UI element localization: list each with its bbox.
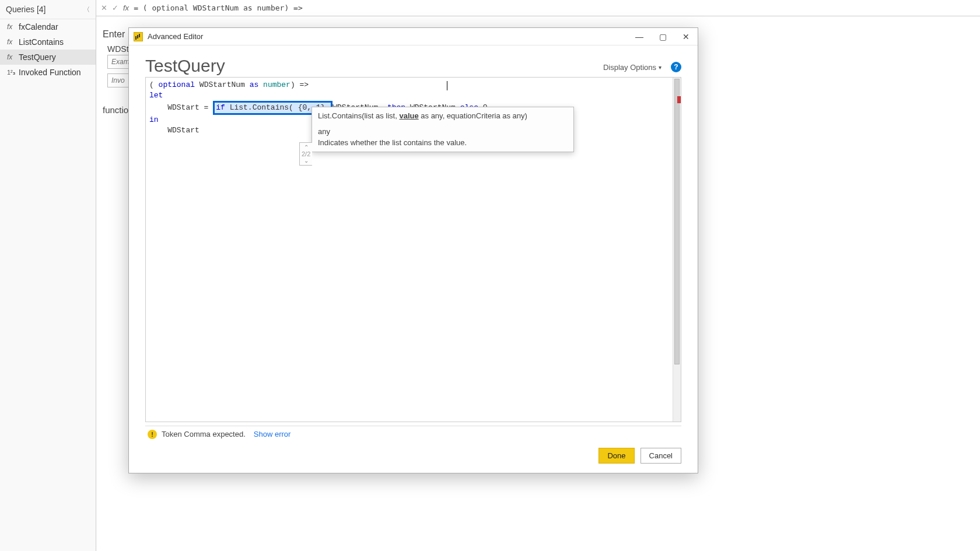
dialog-titlebar[interactable]: Advanced Editor — ▢ ✕ <box>129 28 698 45</box>
display-options-label: Display Options <box>603 63 656 72</box>
text-cursor <box>447 81 447 90</box>
minimize-button[interactable]: — <box>628 28 651 45</box>
sidebar-item-listcontains[interactable]: fx ListContains <box>0 34 96 50</box>
powerbi-app-icon <box>134 32 143 41</box>
function-icon: fx <box>7 23 15 31</box>
function-icon: fx <box>7 53 15 61</box>
tooltip-signature: List.Contains(list as list, value as any… <box>312 107 573 124</box>
queries-sidebar: Queries [4] 〈 fx fxCalendar fx ListConta… <box>0 0 96 551</box>
intellisense-tooltip: ⌃ 2/2 ⌄ List.Contains(list as list, valu… <box>312 107 574 152</box>
fx-icon[interactable]: fx <box>123 3 129 12</box>
nav-up-icon[interactable]: ⌃ <box>304 144 309 150</box>
help-icon[interactable]: ? <box>671 62 681 72</box>
done-button[interactable]: Done <box>598 448 634 464</box>
discard-icon[interactable]: ✕ <box>101 3 107 12</box>
sidebar-item-label: Invoked Function <box>19 68 81 77</box>
tooltip-return-type: any <box>312 124 573 137</box>
sidebar-item-fxcalendar[interactable]: fx fxCalendar <box>0 19 96 34</box>
chevron-down-icon: ▾ <box>659 64 662 71</box>
sidebar-item-invoked-function[interactable]: 1²₃ Invoked Function <box>0 65 96 80</box>
code-editor[interactable]: ( optional WDStartNum as number) => let … <box>145 77 681 422</box>
number-type-icon: 1²₃ <box>7 69 15 76</box>
vertical-scrollbar[interactable] <box>673 78 681 422</box>
show-error-link[interactable]: Show error <box>254 430 291 438</box>
dialog-button-row: Done Cancel <box>129 442 698 473</box>
cancel-button[interactable]: Cancel <box>640 448 681 464</box>
function-icon: fx <box>7 38 15 46</box>
overload-count: 2/2 <box>302 150 310 157</box>
commit-icon[interactable]: ✓ <box>112 3 118 12</box>
queries-header[interactable]: Queries [4] 〈 <box>0 0 96 19</box>
collapse-chevron-icon[interactable]: 〈 <box>83 5 90 14</box>
dialog-title: Advanced Editor <box>148 32 628 41</box>
close-button[interactable]: ✕ <box>674 28 698 45</box>
tooltip-overload-nav[interactable]: ⌃ 2/2 ⌄ <box>299 142 312 166</box>
nav-down-icon[interactable]: ⌄ <box>304 157 309 164</box>
sidebar-item-testquery[interactable]: fx TestQuery <box>0 50 96 65</box>
sidebar-item-label: ListContains <box>19 37 64 47</box>
error-message: Token Comma expected. <box>162 430 246 438</box>
sidebar-item-label: fxCalendar <box>19 22 58 31</box>
error-marker[interactable] <box>677 96 681 103</box>
formula-text[interactable]: = ( optional WDStartNum as number) => <box>134 3 303 12</box>
scrollbar-thumb[interactable] <box>674 79 680 364</box>
tooltip-description: Indicates whether the list contains the … <box>312 137 573 152</box>
warning-icon: ! <box>148 430 157 439</box>
maximize-button[interactable]: ▢ <box>651 28 674 45</box>
sidebar-item-label: TestQuery <box>19 52 56 62</box>
dialog-body: TestQuery Display Options ▾ ? ( optional… <box>129 45 698 442</box>
queries-header-label: Queries [4] <box>6 5 46 14</box>
formula-bar: ✕ ✓ fx = ( optional WDStartNum as number… <box>96 0 980 16</box>
display-options-dropdown[interactable]: Display Options ▾ <box>603 63 662 72</box>
error-status-bar: ! Token Comma expected. Show error <box>145 426 681 442</box>
advanced-editor-dialog: Advanced Editor — ▢ ✕ TestQuery Display … <box>128 27 698 473</box>
